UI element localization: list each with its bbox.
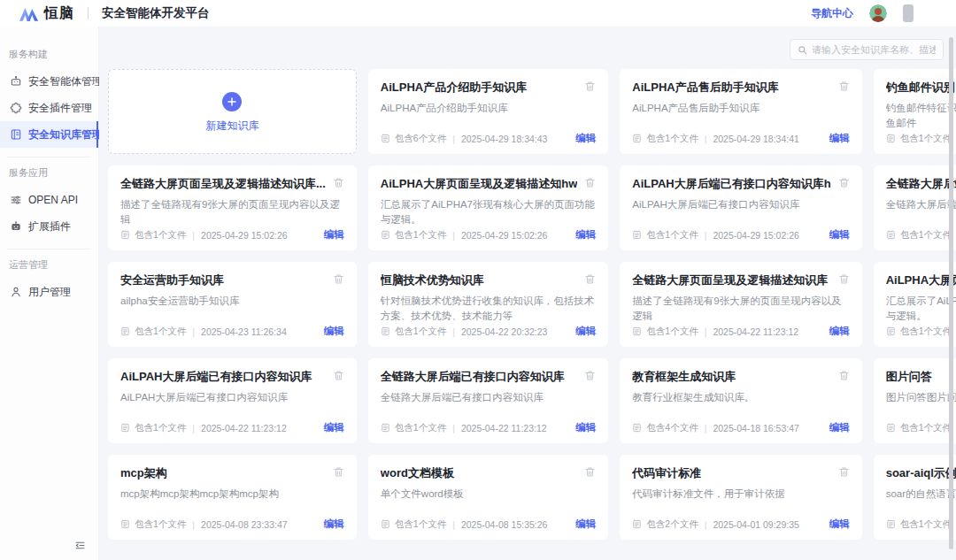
card-footer: 包含1个文件 | 2025-04-29 15:02:26 编辑 (120, 228, 344, 242)
person-icon (9, 286, 22, 299)
file-count: 包含1个文件 (900, 229, 952, 242)
delete-icon[interactable] (333, 177, 344, 188)
footer-separator: | (452, 326, 455, 337)
edit-button[interactable]: 编辑 (324, 228, 344, 242)
card-title: word文档模板 (381, 465, 577, 481)
timestamp: 2025-04-22 11:23:12 (713, 326, 798, 337)
card-header: word文档模板 (381, 465, 596, 481)
edit-button[interactable]: 编辑 (575, 421, 596, 434)
card-header: 安全运营助手知识库 (120, 272, 344, 288)
timestamp: 2025-04-29 15:02:26 (201, 230, 288, 241)
collapse-sidebar-icon[interactable] (74, 540, 86, 551)
search-input[interactable] (812, 44, 936, 55)
edit-button[interactable]: 编辑 (829, 228, 850, 242)
edit-button[interactable]: 编辑 (575, 228, 596, 242)
card-description: 汇总展示了AiLPHA7张现有核心大屏的页面功能与逻辑。 (886, 294, 956, 323)
knowledge-card[interactable]: 教育框架生成知识库 教育行业框架生成知识库。 包含4个文件 | 2025-04-… (620, 358, 861, 443)
sidebar-item-knowledge-management[interactable]: 安全知识库管理 (0, 121, 98, 148)
file-count: 包含1个文件 (135, 422, 186, 434)
knowledge-card[interactable]: 全链路大屏后端已有接口内容知识库 全链路大屏后端已有接口内容知识库 包含1个文件… (368, 358, 608, 443)
knowledge-card[interactable]: AiLPHA大屏页面呈现及逻辑描述知识库 汇总展示了AiLPHA7张现有核心大屏… (874, 262, 956, 347)
delete-icon[interactable] (838, 273, 850, 285)
knowledge-card[interactable]: soar-aiql示例库 soar的自然语言转aiql例子 包含1个文件 | 2… (874, 455, 956, 540)
card-footer: 包含1个文件 | 2025-04-29 15:56:30 编辑 (886, 132, 956, 145)
knowledge-card[interactable]: 图片问答 图片问答图片问答图片问答 包含1个文件 | 2025-04-09 00… (874, 358, 956, 443)
edit-button[interactable]: 编辑 (829, 421, 850, 434)
delete-icon[interactable] (838, 81, 850, 92)
edit-button[interactable]: 编辑 (324, 518, 344, 531)
file-count: 包含4个文件 (646, 422, 698, 434)
create-knowledge-label: 新建知识库 (205, 119, 258, 134)
user-avatar[interactable] (869, 4, 887, 22)
knowledge-card[interactable]: 全链路大屏页面呈现及逻辑描述知识库... 描述了全链路现有9张大屏的页面呈现内容… (108, 165, 357, 250)
knowledge-card[interactable]: 全链路大屏页面呈现及逻辑描述知识库 描述了全链路现有9张大屏的页面呈现内容以及逻… (620, 262, 861, 347)
sidebar-item-extension-plugin[interactable]: 扩展插件 (0, 213, 98, 240)
edit-button[interactable]: 编辑 (575, 132, 596, 145)
delete-icon[interactable] (838, 370, 850, 381)
knowledge-card[interactable]: AiLPHA产品售后助手知识库 AiLPHA产品售后助手知识库 包含1个文件 |… (620, 69, 861, 154)
delete-icon[interactable] (584, 466, 596, 478)
edit-button[interactable]: 编辑 (829, 518, 850, 531)
delete-icon[interactable] (333, 370, 344, 381)
file-count: 包含1个文件 (395, 326, 446, 338)
nav-center-link[interactable]: 导航中心 (811, 6, 853, 21)
card-title: 图片问答 (886, 369, 956, 385)
card-footer: 包含1个文件 | 2025-03-25 23:46:13 编辑 (886, 518, 956, 531)
file-count: 包含1个文件 (395, 422, 446, 434)
footer-separator: | (705, 519, 707, 530)
footer-separator: | (192, 519, 195, 530)
hengnao-logo-icon (19, 5, 39, 22)
knowledge-card[interactable]: 恒脑技术优势知识库 针对恒脑技术优势进行收集的知识库，包括技术方案、技术优势、技… (368, 262, 608, 347)
file-icon (632, 519, 642, 529)
file-icon (120, 326, 130, 336)
delete-icon[interactable] (584, 273, 596, 285)
card-header: soar-aiql示例库 (886, 465, 956, 481)
search-input-wrapper[interactable] (790, 39, 944, 60)
delete-icon[interactable] (838, 466, 850, 478)
card-description: 汇总展示了AiLPHA7张现有核心大屏的页面功能与逻辑。 (381, 197, 596, 226)
sidebar-item-plugin-management[interactable]: 安全插件管理 (0, 95, 98, 121)
knowledge-card[interactable]: 代码审计标准 代码审计标准文件，用于审计依据 包含2个文件 | 2025-04-… (620, 455, 861, 540)
vertical-scrollbar[interactable] (949, 37, 953, 549)
delete-icon[interactable] (584, 81, 596, 92)
card-header: mcp架构 (120, 465, 344, 481)
delete-icon[interactable] (838, 177, 850, 188)
file-count: 包含1个文件 (646, 133, 698, 145)
user-menu-placeholder[interactable] (903, 4, 914, 22)
sidebar-item-open-api[interactable]: OPEN API (0, 187, 98, 213)
edit-button[interactable]: 编辑 (575, 325, 596, 338)
edit-button[interactable]: 编辑 (829, 132, 850, 145)
knowledge-card[interactable]: AiLPAH大屏后端已有接口内容知识库h AiLPAH大屏后端已有接口内容知识库… (620, 165, 861, 250)
footer-separator: | (192, 423, 195, 433)
sidebar-item-user-management[interactable]: 用户管理 (0, 279, 98, 305)
create-knowledge-card[interactable]: 新建知识库 (108, 69, 357, 154)
edit-button[interactable]: 编辑 (829, 325, 850, 338)
card-description: 教育行业框架生成知识库。 (632, 390, 849, 405)
knowledge-card[interactable]: 钓鱼邮件识别 钓鱼邮件特征识别，可基于该知识库内容识别钓鱼邮件 包含1个文件 |… (874, 69, 956, 154)
edit-button[interactable]: 编辑 (324, 325, 344, 338)
brand-name: 恒脑 (44, 4, 74, 23)
delete-icon[interactable] (333, 466, 344, 478)
knowledge-card[interactable]: word文档模板 单个文件word模板 包含1个文件 | 2025-04-08 … (368, 455, 608, 540)
knowledge-card[interactable]: AiLPHA大屏页面呈现及逻辑描述知hw 汇总展示了AiLPHA7张现有核心大屏… (368, 165, 608, 250)
header-right: 导航中心 (811, 4, 937, 22)
knowledge-card[interactable]: AiLPAH大屏后端已有接口内容知识库 AiLPAH大屏后端已有接口内容知识库 … (108, 358, 357, 443)
knowledge-card[interactable]: mcp架构 mcp架构mcp架构mcp架构mcp架构 包含1个文件 | 2025… (108, 455, 357, 540)
sidebar-item-label: 用户管理 (28, 285, 71, 300)
delete-icon[interactable] (584, 177, 596, 188)
file-icon (632, 230, 642, 240)
footer-separator: | (452, 134, 455, 144)
footer-separator: | (705, 326, 707, 337)
delete-icon[interactable] (584, 370, 596, 381)
knowledge-card[interactable]: AiLPHA产品介绍助手知识库 AiLPHA产品介绍助手知识库 包含6个文件 |… (368, 69, 608, 154)
delete-icon[interactable] (333, 273, 344, 285)
edit-button[interactable]: 编辑 (575, 518, 596, 531)
knowledge-card[interactable]: 安全运营助手知识库 ailpha安全运营助手知识库 包含1个文件 | 2025-… (108, 262, 357, 347)
knowledge-card[interactable]: 全链路大屏后端已有接口内容知识库hwf 全链路大屏后端已有接口内容知识库 包含1… (874, 165, 956, 250)
card-title: AiLPHA大屏页面呈现及逻辑描述知识库 (886, 272, 956, 288)
edit-button[interactable]: 编辑 (324, 421, 344, 434)
sidebar-item-agent-management[interactable]: 安全智能体管理 (0, 68, 98, 95)
card-footer: 包含1个文件 | 2025-04-22 11:23:12 编辑 (886, 325, 956, 338)
sidebar-divider (7, 157, 91, 157)
card-footer: 包含2个文件 | 2025-04-01 09:29:35 编辑 (632, 518, 849, 531)
